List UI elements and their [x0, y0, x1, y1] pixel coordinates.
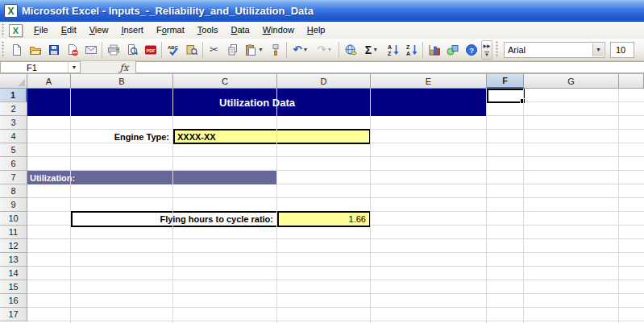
- menu-edit[interactable]: Edit: [55, 23, 83, 37]
- save-icon[interactable]: [44, 41, 63, 59]
- svg-text:A: A: [388, 44, 392, 50]
- menu-view[interactable]: View: [83, 23, 115, 37]
- window-title: Microsoft Excel - Inputs_-_Reliability_a…: [22, 5, 314, 17]
- flying-hours-row: Flying hours to cycle ratio: 1.66: [71, 211, 371, 227]
- row-header-6[interactable]: 6: [0, 157, 27, 171]
- pdf-icon[interactable]: PDF: [141, 41, 160, 59]
- gridline: [486, 89, 487, 323]
- new-document-icon[interactable]: [7, 41, 26, 59]
- column-header-d[interactable]: D: [277, 74, 371, 89]
- flying-hours-label-cell[interactable]: Flying hours to cycle ratio:: [73, 214, 277, 224]
- svg-text:A: A: [406, 50, 410, 56]
- workbook-icon[interactable]: X: [9, 24, 23, 37]
- font-name-select[interactable]: Arial ▼: [504, 42, 605, 58]
- insert-function-icon[interactable]: ƒx: [113, 61, 135, 73]
- utilization-section-cell[interactable]: Utilization:: [27, 171, 277, 184]
- format-painter-icon[interactable]: [266, 41, 285, 59]
- menu-help[interactable]: Help: [301, 23, 332, 37]
- engine-type-label-cell[interactable]: Engine Type:: [71, 130, 173, 143]
- cells-area[interactable]: Utilization Data Engine Type: XXXX-XX Ut…: [27, 89, 644, 323]
- row-header-3[interactable]: 3: [0, 116, 27, 130]
- column-header-e[interactable]: E: [371, 74, 487, 89]
- sort-descending-icon[interactable]: ZA: [402, 41, 421, 59]
- font-name-dropdown-icon[interactable]: ▼: [592, 43, 604, 56]
- mail-icon[interactable]: [81, 41, 100, 59]
- row-header-16[interactable]: 16: [0, 294, 27, 308]
- chart-wizard-icon[interactable]: [425, 41, 443, 59]
- font-size-select[interactable]: 10: [610, 42, 634, 58]
- copy-icon[interactable]: [223, 41, 242, 59]
- toolbar-separator: [102, 42, 102, 58]
- research-icon[interactable]: [182, 41, 201, 59]
- column-header-b[interactable]: B: [71, 74, 173, 89]
- column-header-f[interactable]: F: [487, 74, 524, 89]
- paste-icon[interactable]: ▼: [242, 41, 266, 59]
- menu-data[interactable]: Data: [224, 23, 256, 37]
- row-header-14[interactable]: 14: [0, 267, 27, 280]
- cut-icon[interactable]: ✂: [205, 41, 223, 59]
- permission-icon[interactable]: [63, 41, 81, 59]
- menu-tools[interactable]: Tools: [191, 23, 225, 37]
- row-header-17[interactable]: 17: [0, 308, 27, 321]
- print-preview-icon[interactable]: [123, 41, 141, 59]
- menu-insert[interactable]: Insert: [114, 23, 150, 37]
- menubar-grip-handle[interactable]: [2, 23, 6, 37]
- autosum-icon[interactable]: Σ▼: [359, 41, 384, 59]
- undo-icon[interactable]: ↶▼: [289, 41, 313, 59]
- spelling-icon[interactable]: ABC: [164, 41, 182, 59]
- svg-text:Z: Z: [388, 50, 392, 56]
- svg-text:Z: Z: [406, 44, 410, 50]
- row-header-8[interactable]: 8: [0, 184, 27, 198]
- engine-type-value-cell[interactable]: XXXX-XX: [173, 129, 371, 144]
- column-header-a[interactable]: A: [27, 74, 71, 89]
- row-header-11[interactable]: 11: [0, 226, 27, 239]
- row-header-13[interactable]: 13: [0, 253, 27, 267]
- menu-window[interactable]: Window: [256, 23, 301, 37]
- help-icon[interactable]: ?: [462, 41, 480, 59]
- font-size-value: 10: [616, 45, 625, 55]
- toolbar-separator: [339, 42, 339, 58]
- title-banner-cell[interactable]: Utilization Data: [27, 89, 487, 116]
- print-icon[interactable]: [104, 41, 123, 59]
- font-name-value: Arial: [508, 45, 526, 55]
- row-header-5[interactable]: 5: [0, 143, 27, 157]
- standard-toolbar: PDFABC✂▼↶▼↷▼Σ▼AZZA? ▶▶▼ Arial ▼ 10: [0, 39, 644, 61]
- name-box[interactable]: F1 ▼: [0, 61, 81, 73]
- formatting-toolbar-grip-handle[interactable]: [496, 41, 500, 59]
- gridline: [370, 89, 371, 323]
- column-header-c[interactable]: C: [173, 74, 277, 89]
- row-header-4[interactable]: 4: [0, 130, 27, 143]
- row-header-15[interactable]: 15: [0, 280, 27, 294]
- row-header-7[interactable]: 7: [0, 171, 27, 184]
- sort-ascending-icon[interactable]: AZ: [384, 41, 402, 59]
- open-folder-icon[interactable]: [26, 41, 44, 59]
- gridline: [618, 89, 619, 323]
- name-box-dropdown-icon[interactable]: ▼: [68, 62, 80, 72]
- menu-file[interactable]: File: [27, 23, 55, 37]
- svg-text:?: ?: [469, 46, 474, 54]
- formula-bar: F1 ▼ ƒx: [0, 61, 644, 74]
- gridline: [276, 89, 277, 323]
- flying-hours-value-cell[interactable]: 1.66: [277, 213, 369, 226]
- hyperlink-icon[interactable]: [341, 41, 359, 59]
- selected-cell-f1[interactable]: [487, 89, 525, 103]
- row-header-10[interactable]: 10: [0, 212, 27, 226]
- excel-app-icon: X: [4, 4, 18, 18]
- row-header-1[interactable]: 1: [0, 89, 27, 102]
- toolbar-grip-handle[interactable]: [2, 41, 6, 59]
- column-header-partial[interactable]: [619, 74, 644, 89]
- gridline: [523, 89, 524, 323]
- toolbar-options-icon[interactable]: ▶▶▼: [481, 40, 492, 60]
- column-header-g[interactable]: G: [524, 74, 619, 89]
- toolbar-separator: [422, 42, 423, 58]
- toolbar-separator: [202, 42, 203, 58]
- row-header-12[interactable]: 12: [0, 239, 27, 253]
- formula-input[interactable]: [135, 61, 644, 73]
- drawing-icon[interactable]: [443, 41, 462, 59]
- select-all-corner[interactable]: [0, 74, 27, 89]
- redo-icon[interactable]: ↷▼: [313, 41, 337, 59]
- spreadsheet-grid: ABCDEFG 1234567891011121314151617 Utiliz…: [0, 74, 644, 323]
- row-header-9[interactable]: 9: [0, 198, 27, 212]
- menu-format[interactable]: Format: [150, 23, 191, 37]
- row-header-2[interactable]: 2: [0, 102, 27, 116]
